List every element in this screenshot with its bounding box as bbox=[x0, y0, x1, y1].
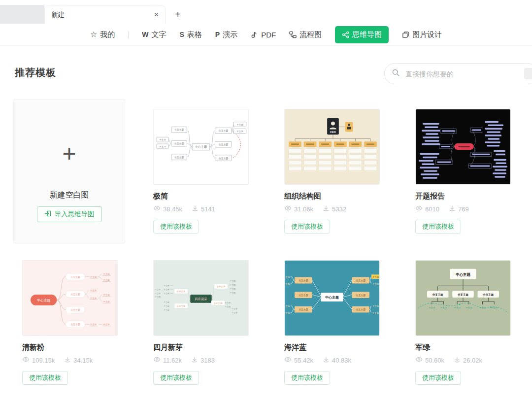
use-template-button[interactable]: 使用该模板 bbox=[415, 371, 461, 385]
thumb-label: 子主题 bbox=[224, 301, 231, 304]
template-stats: 6010 769 bbox=[415, 204, 518, 213]
thesis-report-preview bbox=[416, 109, 510, 184]
tab-close-icon[interactable]: × bbox=[154, 11, 159, 19]
thumb-label: 子主题 bbox=[103, 273, 110, 275]
use-template-button[interactable]: 使用该模板 bbox=[284, 220, 330, 234]
downloads-icon bbox=[64, 356, 71, 365]
use-template-button[interactable]: 使用该模板 bbox=[22, 371, 68, 385]
thumb-label: 子主题 bbox=[163, 301, 169, 303]
tab-strip-left-block bbox=[0, 5, 44, 24]
import-label: 导入思维导图 bbox=[55, 210, 95, 219]
new-tab-button[interactable]: + bbox=[171, 7, 185, 21]
page-title: 推荐模板 bbox=[15, 66, 56, 79]
active-tab[interactable]: 新建 × bbox=[44, 5, 166, 24]
thumb-label: 子主题 bbox=[103, 294, 110, 296]
template-thumbnail[interactable]: 中心主题 分支主题 分支主题 分支主题 分支主题 分支主题 分支主题 bbox=[284, 260, 380, 336]
nav-item-mindmap[interactable]: 思维导图 bbox=[335, 26, 389, 43]
nav-item-image-design[interactable]: 图片设计 bbox=[402, 30, 442, 39]
template-title: 四月新芽 bbox=[153, 343, 256, 352]
nav-label: PDF bbox=[261, 31, 276, 39]
thumb-label: 子主题 bbox=[103, 323, 110, 326]
template-card-army[interactable]: 中心主题 分支主题 分支主题 分支主题 子主题 子主题 子主题 子主题 bbox=[406, 250, 518, 395]
use-template-button[interactable]: 使用该模板 bbox=[284, 371, 330, 385]
thumb-label: 分支主题 bbox=[174, 128, 184, 132]
search-box[interactable] bbox=[384, 63, 532, 84]
downloads-icon bbox=[454, 356, 461, 365]
nav-label: 思维导图 bbox=[352, 30, 382, 39]
thumb-label: 子主题 bbox=[229, 284, 235, 286]
thumb-label: 分支主题 bbox=[174, 142, 184, 145]
minimal-mindmap-preview: 中心主题 分支主题 分支主题 分支主题 分支主题 分支主题 分支主题 子主题 子… bbox=[154, 109, 248, 184]
search-hot-badge[interactable] bbox=[524, 68, 532, 79]
thumb-label: 分支主题 bbox=[299, 308, 308, 311]
views-icon bbox=[284, 204, 292, 213]
thumb-label: 子主题 bbox=[163, 309, 169, 311]
thumb-label: 子主题 bbox=[236, 130, 243, 133]
template-thumbnail[interactable]: 中心主题 分支主题 分支主题 分支主题 子主题 子主题 子主题 子主题 bbox=[415, 260, 511, 336]
template-thumbnail[interactable]: 四月新芽 分支主题 分支主题 分支主题 分支主题 子主题 子主题 子主题 子主题 bbox=[153, 260, 249, 336]
template-card-thesis[interactable]: 开题报告 6010 769 使用该模板 bbox=[406, 99, 518, 243]
downloads-icon bbox=[323, 205, 330, 213]
nav-item-slide[interactable]: P 演示 bbox=[215, 30, 237, 39]
thumb-label: 分支主题 bbox=[70, 293, 80, 296]
views-icon bbox=[153, 356, 161, 365]
thumb-label: 分支主题 bbox=[356, 279, 366, 282]
use-template-button[interactable]: 使用该模板 bbox=[153, 371, 199, 385]
template-thumbnail[interactable]: 中心主题 分支主题 分支主题 分支主题 分支主题 子主题 子主题 子主题 子主题… bbox=[22, 260, 118, 336]
nav-item-flowchart[interactable]: 流程图 bbox=[289, 30, 322, 39]
browser-tab-strip: 新建 × + bbox=[0, 0, 532, 24]
template-card-jijian[interactable]: 中心主题 分支主题 分支主题 分支主题 分支主题 分支主题 分支主题 子主题 子… bbox=[144, 99, 256, 243]
template-card-ocean[interactable]: 中心主题 分支主题 分支主题 分支主题 分支主题 分支主题 分支主题 bbox=[275, 250, 387, 395]
nav-item-sheet[interactable]: S 表格 bbox=[179, 30, 201, 39]
thumb-label: 子主题 bbox=[229, 280, 235, 282]
thumb-label: 子主题 bbox=[491, 306, 498, 309]
nav-divider bbox=[128, 31, 129, 38]
thumb-label: 子主题 bbox=[103, 279, 110, 281]
views-count: 31.06k bbox=[294, 205, 313, 213]
use-template-button[interactable]: 使用该模板 bbox=[153, 220, 199, 234]
thumb-label: 分支主题 bbox=[70, 323, 80, 326]
template-thumbnail[interactable] bbox=[415, 109, 511, 185]
import-icon bbox=[44, 210, 52, 219]
downloads-icon bbox=[191, 356, 198, 365]
thumb-label: CEO bbox=[330, 131, 336, 134]
thumb-label: 子主题 bbox=[285, 276, 290, 278]
thumb-label: 子主题 bbox=[229, 292, 235, 294]
thumb-label: 子主题 bbox=[479, 306, 486, 309]
nav-item-word[interactable]: W 文字 bbox=[142, 30, 166, 39]
thumb-label: 分支主题 bbox=[217, 285, 226, 288]
thumb-label: 子主题 bbox=[103, 301, 110, 303]
thumb-label: 中心主题 bbox=[195, 145, 207, 149]
downloads-icon bbox=[449, 205, 456, 213]
thumb-label: 子主题 bbox=[236, 124, 243, 126]
views-icon bbox=[415, 356, 423, 365]
template-title: 海洋蓝 bbox=[284, 343, 387, 352]
use-template-button[interactable]: 使用该模板 bbox=[415, 220, 461, 234]
template-card-orgchart[interactable]: CEO bbox=[275, 99, 387, 243]
import-mindmap-button[interactable]: 导入思维导图 bbox=[37, 206, 102, 222]
template-thumbnail[interactable]: 中心主题 分支主题 分支主题 分支主题 分支主题 分支主题 分支主题 子主题 子… bbox=[153, 109, 249, 185]
mindmap-icon bbox=[342, 31, 349, 38]
template-card-pink[interactable]: 中心主题 分支主题 分支主题 分支主题 分支主题 子主题 子主题 子主题 子主题… bbox=[13, 250, 125, 395]
thumb-label: 子主题 bbox=[466, 306, 472, 309]
views-icon bbox=[153, 204, 161, 213]
downloads-count: 34.15k bbox=[73, 357, 93, 364]
thumb-label: 子主题 bbox=[454, 306, 461, 309]
thumb-label: 子主题 bbox=[154, 296, 161, 298]
star-icon: ☆ bbox=[90, 31, 97, 38]
thumb-label: 子主题 bbox=[372, 305, 379, 307]
thumb-label: 子主题 bbox=[440, 306, 447, 309]
views-count: 55.42k bbox=[294, 357, 313, 364]
search-input[interactable] bbox=[404, 69, 500, 78]
views-icon bbox=[415, 204, 423, 213]
new-blank-map-card[interactable]: + 新建空白图 导入思维导图 bbox=[13, 99, 125, 243]
orgchart-preview: CEO bbox=[285, 109, 379, 184]
thumb-label: 子主题 bbox=[229, 288, 235, 290]
thumb-label: 中心主题 bbox=[325, 295, 339, 300]
nav-label: 文字 bbox=[151, 30, 166, 39]
template-card-april[interactable]: 四月新芽 分支主题 分支主题 分支主题 分支主题 子主题 子主题 子主题 子主题 bbox=[144, 250, 256, 395]
template-thumbnail[interactable]: CEO bbox=[284, 109, 380, 185]
nav-item-pdf[interactable]: PDF bbox=[251, 31, 276, 39]
thumb-label: 分支主题 bbox=[219, 143, 229, 146]
nav-item-mine[interactable]: ☆ 我的 bbox=[90, 30, 115, 39]
